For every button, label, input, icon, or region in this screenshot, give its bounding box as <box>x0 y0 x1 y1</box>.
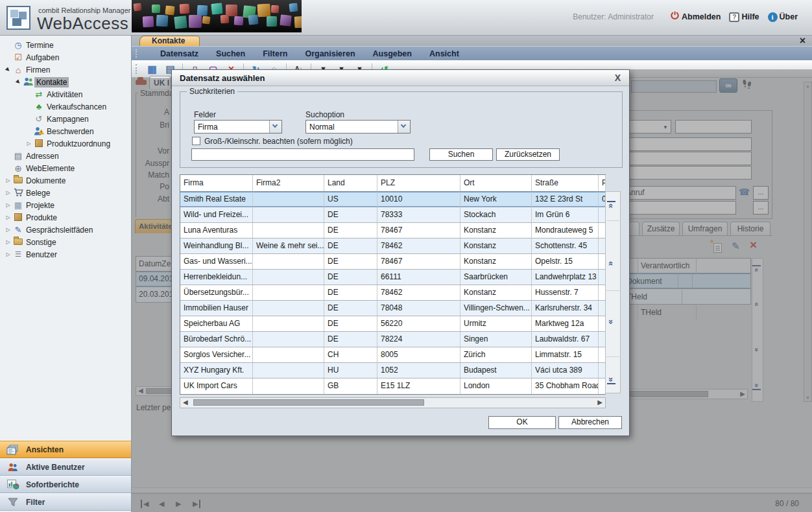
sidebar-item-aufgaben[interactable]: ☑Aufgaben <box>0 51 130 64</box>
record-table-row[interactable]: Gas- und Wasseri...DE78467KonstanzOpelst… <box>180 254 605 270</box>
record-cell: DE <box>324 239 377 253</box>
record-cell: Konstanz <box>460 223 532 238</box>
sidebar-item-firmen[interactable]: ▶⌂Firmen <box>0 64 130 76</box>
scroll-pageup-icon[interactable]: « <box>607 259 615 268</box>
cancel-button[interactable]: Abbrechen <box>558 416 622 429</box>
record-cell: Weine & mehr sei... <box>253 239 324 253</box>
sidebar-item-beschwerden[interactable]: Beschwerden <box>0 125 130 137</box>
record-table-row[interactable]: UK Import CarsGBE15 1LZLondon35 Chobham … <box>180 378 605 394</box>
sidebar-item-verkaufschancen[interactable]: ♣Verkaufschancen <box>0 100 130 113</box>
dialog-close-icon[interactable]: X <box>615 73 621 83</box>
sidebar-item-kontakte[interactable]: ▶Kontakte <box>0 76 130 88</box>
record-cell: Im Grün 6 <box>532 207 599 222</box>
panel-button-filter[interactable]: Filter <box>0 493 131 511</box>
column-header-plz[interactable]: PLZ <box>377 175 460 191</box>
case-sensitive-checkbox[interactable] <box>192 137 200 145</box>
column-header-ort[interactable]: Ort <box>460 175 532 191</box>
record-table-row[interactable]: Weinhandlung Bl...Weine & mehr sei...DE7… <box>180 239 605 254</box>
tree-closed-arrow-icon[interactable]: ▷ <box>4 178 12 183</box>
panel-button-aktive-benutzer[interactable]: Aktive Benutzer <box>0 458 131 476</box>
sidebar-item-projekte[interactable]: ▷▦Projekte <box>0 199 130 211</box>
sidebar-item-aktivit-ten[interactable]: ⇄Aktivitäten <box>0 88 130 100</box>
tree-closed-arrow-icon[interactable]: ▷ <box>4 239 12 245</box>
scroll-left-icon[interactable]: ◀ <box>183 399 188 406</box>
column-header-land[interactable]: Land <box>324 175 377 191</box>
record-table-row[interactable]: Smith Real EstateUS10010New York132 E 23… <box>180 192 605 207</box>
tree-closed-arrow-icon[interactable]: ▷ <box>4 202 12 208</box>
record-cell: Speicherbau AG <box>180 316 253 331</box>
table-view-icon[interactable]: ▦ <box>146 63 158 75</box>
column-header-straße[interactable]: Straße <box>532 175 599 191</box>
about-button[interactable]: iÜber <box>768 12 798 22</box>
record-cell: Übersetzungsbür... <box>180 285 253 300</box>
scroll-right-icon[interactable]: ▶ <box>597 399 603 406</box>
record-cell: 78048 <box>377 301 460 316</box>
search-option-select[interactable]: Normal <box>305 120 411 134</box>
tab-kontakte[interactable]: Kontakte <box>139 36 200 46</box>
fields-select-arrow-icon[interactable] <box>269 121 281 133</box>
record-table-row[interactable]: Übersetzungsbür...DE78462KonstanzHussens… <box>180 285 605 301</box>
reset-button[interactable]: Zurücksetzen <box>496 148 560 161</box>
sidebar-item-produktzuordnung[interactable]: ▷Produktzuordnung <box>0 137 130 150</box>
sidebar-item-label: Dokumente <box>24 176 67 186</box>
sidebar-item-label: WebElemente <box>24 163 77 174</box>
record-select-dialog: Datensatz auswählen X Suchkriterien Feld… <box>171 69 630 436</box>
sidebar-item-webelemente[interactable]: ⊕WebElemente <box>0 162 130 174</box>
search-option-arrow-icon[interactable] <box>398 121 410 133</box>
record-table-row[interactable]: Sorglos Versicher...CH8005ZürichLimmatst… <box>180 347 605 363</box>
record-cell: Weinhandlung Bl... <box>180 239 253 253</box>
record-table-header: FirmaFirma2LandPLZOrtStraßeP <box>180 175 605 192</box>
record-cell: Stockach <box>460 207 532 222</box>
search-input[interactable] <box>191 148 414 161</box>
close-view-icon[interactable]: × <box>800 36 806 45</box>
panel-button-sofortberichte[interactable]: Sofortberichte <box>0 476 131 493</box>
sidebar-item-kampagnen[interactable]: ↺Kampagnen <box>0 113 130 125</box>
menu-organisieren[interactable]: Organisieren <box>305 49 355 58</box>
record-table-row[interactable]: Wild- und Freizei...DE78333StockachIm Gr… <box>180 207 605 223</box>
menu-ausgeben[interactable]: Ausgeben <box>373 49 412 58</box>
banner-cube <box>226 5 237 16</box>
sidebar-item-adressen[interactable]: ▤Adressen <box>0 150 130 162</box>
record-table-row[interactable]: XYZ Hungary Kft.HU1052BudapestVáci utca … <box>180 363 605 378</box>
record-table-hscroll[interactable]: ◀ ▶ <box>180 397 606 408</box>
tree-closed-arrow-icon[interactable]: ▷ <box>4 251 12 257</box>
search-button[interactable]: Suchen <box>429 148 493 161</box>
sidebar-item-produkte[interactable]: ▷Produkte <box>0 211 130 224</box>
help-button[interactable]: ?Hilfe <box>729 12 759 22</box>
logout-button[interactable]: Abmelden <box>670 11 721 23</box>
sidebar-item-termine[interactable]: ◷Termine <box>0 39 130 51</box>
sidebar-item-gespr-chsleitf-den[interactable]: ▷✎Gesprächsleitfäden <box>0 224 130 236</box>
current-user-label: Benutzer: Administrator <box>573 12 654 21</box>
column-header-firma2[interactable]: Firma2 <box>253 175 324 191</box>
tree-open-arrow-icon[interactable]: ▶ <box>14 77 24 87</box>
menu-filtern[interactable]: Filtern <box>263 49 287 58</box>
record-table-row[interactable]: Bürobedarf Schrö...DE78224SingenLaubwald… <box>180 332 605 347</box>
tree-closed-arrow-icon[interactable]: ▷ <box>4 215 12 220</box>
record-table-row[interactable]: Immobilien HauserDE78048Villingen-Schwen… <box>180 301 605 316</box>
scroll-pagedown-icon[interactable]: » <box>607 318 615 326</box>
tree-closed-arrow-icon[interactable]: ▷ <box>4 190 12 196</box>
menu-suchen[interactable]: Suchen <box>216 49 245 58</box>
menu-ansicht[interactable]: Ansicht <box>429 49 459 58</box>
people-icon <box>23 77 34 87</box>
sidebar-item-benutzer[interactable]: ▷☰Benutzer <box>0 248 130 261</box>
record-cell: Limmatstr. 15 <box>532 347 599 362</box>
menu-datensatz[interactable]: Datensatz <box>160 49 198 58</box>
record-table-row[interactable]: Herrenbekleidun...DE66111SaarbrückenLand… <box>180 270 605 285</box>
tree-closed-arrow-icon[interactable]: ▷ <box>4 227 12 233</box>
fields-select[interactable]: Firma <box>194 120 282 134</box>
tree-open-arrow-icon[interactable]: ▶ <box>3 65 14 75</box>
ok-button[interactable]: OK <box>488 416 556 429</box>
sidebar-item-sonstige[interactable]: ▷Sonstige <box>0 236 130 248</box>
record-table-row[interactable]: Speicherbau AGDE56220UrmitzMarktweg 12a <box>180 316 605 332</box>
panel-button-ansichten[interactable]: Ansichten <box>0 441 131 458</box>
column-header-firma[interactable]: Firma <box>180 175 253 191</box>
sidebar-item-belege[interactable]: ▷Belege <box>0 187 130 199</box>
scroll-bottom-icon[interactable]: » <box>607 376 615 384</box>
sidebar-item-dokumente[interactable]: ▷Dokumente <box>0 174 130 187</box>
tree-closed-arrow-icon[interactable]: ▷ <box>25 141 33 146</box>
record-table-row[interactable]: Luna AventurasDE78467KonstanzMondrautewe… <box>180 223 605 239</box>
record-cell: Karlsruherstr. 34 <box>532 301 599 316</box>
scroll-top-icon[interactable]: « <box>607 201 615 209</box>
column-header-p[interactable]: P <box>599 175 606 191</box>
